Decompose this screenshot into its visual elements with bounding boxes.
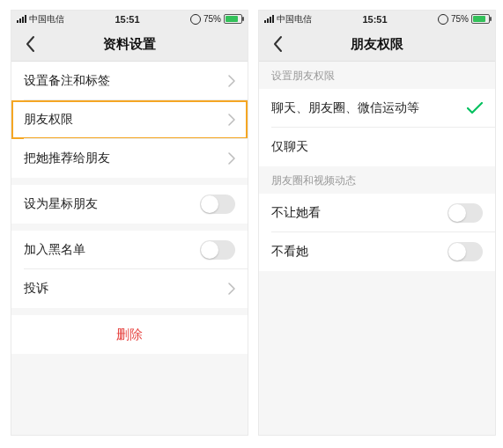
battery-icon [224, 14, 242, 24]
row-permission-chat-only[interactable]: 仅聊天 [259, 128, 495, 166]
row-delete[interactable]: 删除 [11, 315, 248, 354]
row-label: 不看她 [271, 244, 448, 260]
signal-icon [17, 15, 26, 23]
toggle-hide-her-moments[interactable] [448, 242, 483, 261]
chevron-right-icon [228, 283, 235, 295]
carrier-label: 中国电信 [277, 13, 312, 26]
screen-friend-permissions: 中国电信 15:51 75% 朋友权限 设置朋友权限 聊天、朋友圈、微信运动等 … [258, 10, 496, 436]
row-label: 投诉 [24, 281, 228, 297]
row-hide-her-moments[interactable]: 不看她 [259, 232, 495, 271]
status-bar: 中国电信 15:51 75% [11, 11, 248, 27]
row-label: 设为星标朋友 [24, 196, 200, 212]
spacer [11, 308, 248, 315]
row-label: 朋友权限 [24, 112, 228, 128]
back-button[interactable] [17, 27, 43, 61]
row-friend-permissions[interactable]: 朋友权限 [11, 100, 248, 139]
row-complaint[interactable]: 投诉 [11, 269, 248, 308]
nav-bar: 资料设置 [11, 27, 248, 62]
row-label: 聊天、朋友圈、微信运动等 [271, 100, 467, 116]
chevron-right-icon [228, 114, 235, 126]
back-button[interactable] [264, 27, 291, 61]
row-hide-my-moments[interactable]: 不让她看 [259, 194, 495, 232]
nav-title: 资料设置 [103, 36, 156, 53]
clock: 15:51 [362, 14, 387, 25]
spacer [11, 224, 248, 231]
sync-icon [190, 14, 201, 25]
nav-bar: 朋友权限 [259, 27, 495, 62]
section-header-permissions: 设置朋友权限 [259, 62, 495, 89]
spacer [11, 178, 248, 185]
battery-percent: 75% [203, 14, 221, 24]
chevron-right-icon [228, 75, 235, 87]
row-set-remark-tag[interactable]: 设置备注和标签 [11, 62, 248, 100]
row-label: 设置备注和标签 [24, 73, 228, 89]
checkmark-icon [467, 102, 483, 114]
signal-icon [264, 15, 274, 23]
nav-title: 朋友权限 [351, 36, 403, 53]
status-bar: 中国电信 15:51 75% [259, 11, 495, 27]
toggle-hide-my-moments[interactable] [448, 203, 483, 223]
battery-icon [471, 14, 490, 24]
row-blacklist[interactable]: 加入黑名单 [11, 231, 248, 269]
delete-label: 删除 [116, 327, 143, 343]
toggle-blacklist[interactable] [200, 240, 235, 260]
row-permission-all[interactable]: 聊天、朋友圈、微信运动等 [259, 89, 495, 128]
section-header-moments: 朋友圈和视频动态 [259, 166, 495, 194]
row-recommend-friend[interactable]: 把她推荐给朋友 [11, 139, 248, 178]
battery-percent: 75% [451, 14, 469, 24]
row-label: 把她推荐给朋友 [24, 151, 228, 166]
row-label: 不让她看 [271, 205, 448, 221]
row-star-friend[interactable]: 设为星标朋友 [11, 185, 248, 224]
sync-icon [438, 14, 448, 25]
row-label: 加入黑名单 [24, 242, 200, 258]
clock: 15:51 [115, 14, 139, 25]
chevron-right-icon [228, 152, 235, 165]
carrier-label: 中国电信 [29, 13, 64, 26]
toggle-star[interactable] [200, 195, 235, 214]
screen-profile-settings: 中国电信 15:51 75% 资料设置 设置备注和标签 朋友权限 把她推荐给朋友 [11, 10, 248, 436]
row-label: 仅聊天 [271, 139, 483, 155]
